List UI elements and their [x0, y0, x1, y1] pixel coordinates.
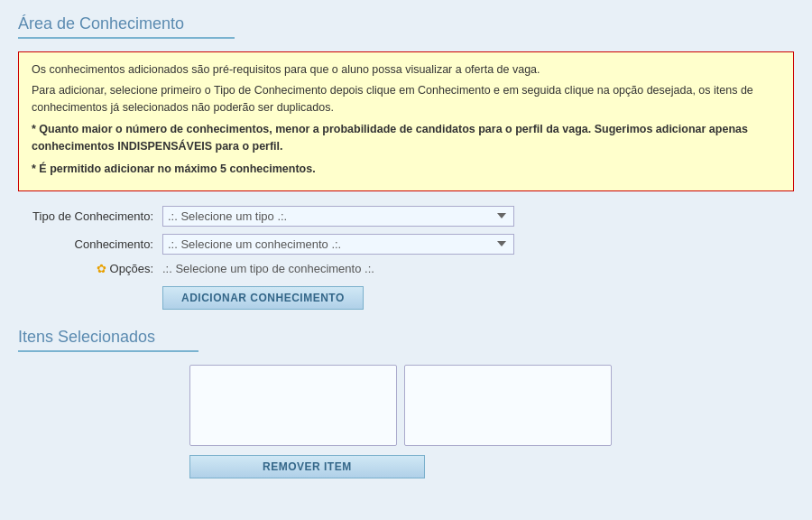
remove-item-button[interactable]: REMOVER ITEM	[189, 455, 425, 478]
opcoes-star: ✿	[97, 262, 106, 275]
selected-items-list-right[interactable]	[404, 365, 612, 446]
opcoes-label-container: ✿ Opções:	[18, 262, 162, 275]
add-knowledge-button[interactable]: ADICIONAR CONHECIMENTO	[162, 286, 364, 310]
opcoes-row: ✿ Opções: .:. Selecione um tipo de conhe…	[18, 262, 794, 275]
opcoes-text: .:. Selecione um tipo de conhecimento .:…	[162, 262, 374, 275]
tipo-label: Tipo de Conhecimento:	[18, 209, 162, 223]
conhecimento-row: Conhecimento: .:. Selecione um conhecime…	[18, 234, 794, 255]
subsection-divider	[18, 350, 198, 352]
tipo-conhecimento-row: Tipo de Conhecimento: .:. Selecione um t…	[18, 206, 794, 227]
section-title: Área de Conhecimento	[18, 14, 794, 33]
conhecimento-select[interactable]: .:. Selecione um conhecimento .:.	[162, 234, 514, 255]
selected-items-list-left[interactable]	[189, 365, 397, 446]
info-line1: Os conhecimentos adicionados são pré-req…	[32, 61, 780, 79]
section-divider	[18, 37, 235, 39]
info-line2: Para adicionar, selecione primeiro o Tip…	[32, 82, 780, 116]
opcoes-label-text: Opções:	[110, 262, 153, 275]
remove-btn-row: REMOVER ITEM	[189, 455, 794, 478]
listboxes-row	[189, 365, 794, 446]
info-line4: * É permitido adicionar no máximo 5 conh…	[32, 161, 780, 178]
conhecimento-label: Conhecimento:	[18, 237, 162, 251]
page-container: Área de Conhecimento Os conhecimentos ad…	[0, 0, 812, 520]
tipo-select[interactable]: .:. Selecione um tipo .:.	[162, 206, 514, 227]
subsection-title: Itens Selecionados	[18, 328, 794, 347]
add-btn-row: ADICIONAR CONHECIMENTO	[162, 286, 794, 310]
info-box: Os conhecimentos adicionados são pré-req…	[18, 51, 794, 191]
info-line3: * Quanto maior o número de conhecimentos…	[32, 121, 780, 155]
